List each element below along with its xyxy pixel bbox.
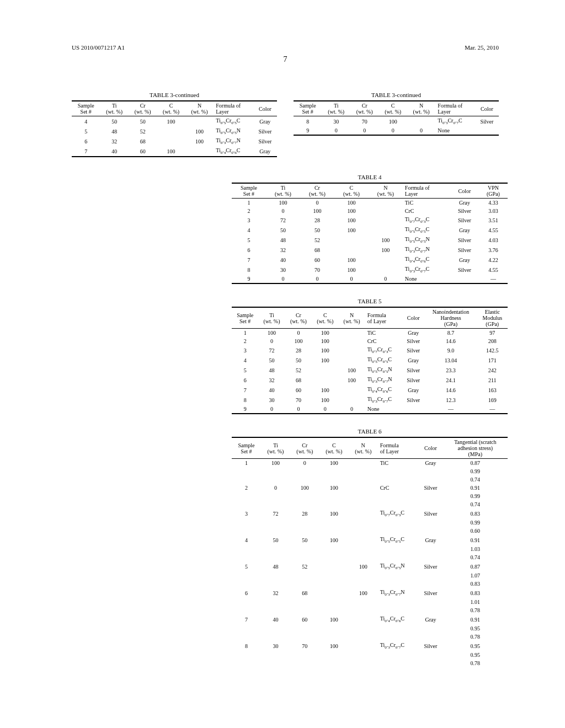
table-row: 74060100Ti0.4Cr0.6CGray0.91 — [232, 614, 508, 624]
cell: Silver — [418, 588, 443, 598]
col-header: SampleSet # — [232, 307, 258, 329]
data-table: SampleSet # Ti(wt. %) Cr(wt. %) C(wt. %)… — [232, 307, 508, 414]
cell — [369, 199, 403, 207]
cell — [407, 116, 435, 127]
cell — [338, 345, 365, 355]
cell — [232, 467, 261, 475]
cell — [475, 126, 499, 135]
cell: Ti0.3Cr0.7N — [403, 245, 450, 255]
cell: 3 — [232, 508, 261, 518]
cell: Ti0.4Cr0.6C — [403, 255, 450, 265]
table-row: 45050100Ti0.5Cr0.5CGray4.55 — [232, 225, 508, 235]
table-row: 74060100Ti0.4Cr0.6CGray — [72, 146, 277, 157]
cell — [232, 598, 261, 606]
cell — [418, 633, 443, 641]
cell: Silver — [450, 265, 479, 275]
table-row: 0.78 — [232, 606, 508, 614]
cell: 48 — [266, 235, 300, 245]
cell: 0.60 — [443, 527, 508, 535]
cell: 8 — [232, 395, 258, 405]
cell: 100 — [334, 215, 369, 225]
cell — [378, 475, 419, 484]
cell — [319, 624, 349, 633]
cell — [418, 624, 443, 633]
table-title: TABLE 4 — [232, 174, 508, 180]
cell — [378, 492, 419, 500]
cell — [319, 545, 349, 553]
cell: Silver — [402, 345, 425, 355]
cell — [378, 624, 419, 633]
col-header: Color — [475, 101, 499, 116]
col-header: Formula ofLayer — [214, 101, 253, 116]
table-row: 0.78 — [232, 659, 508, 667]
cell: 3.76 — [479, 245, 508, 255]
cell: 50 — [290, 535, 319, 545]
cell: 8.7 — [425, 329, 477, 338]
cell: 100 — [261, 459, 290, 468]
cell — [232, 633, 261, 641]
cell — [261, 606, 290, 614]
cell — [261, 571, 290, 580]
table-row: 54852100Ti0.5Cr0.5NSilver4.03 — [232, 235, 508, 245]
table-row: 54852100Ti0.5Cr0.5NSilver0.87 — [232, 561, 508, 571]
table-row: 90000None — [294, 126, 499, 135]
table-row: 1.07 — [232, 571, 508, 580]
cell: 4.55 — [479, 225, 508, 235]
table-4: TABLE 4 SampleSet # Ti(wt. %) Cr(wt. %) … — [232, 174, 508, 284]
cell: 100 — [290, 484, 319, 492]
cell — [319, 571, 349, 580]
cell: 8 — [232, 265, 266, 275]
cell: Gray — [418, 459, 443, 468]
cell — [378, 467, 419, 475]
cell: 14.6 — [425, 385, 477, 395]
cell: Gray — [253, 146, 277, 157]
cell — [157, 126, 185, 136]
cell — [418, 659, 443, 667]
cell: 5 — [232, 561, 261, 571]
col-header: Ti(wt. %) — [322, 101, 350, 116]
cell: 7 — [232, 255, 266, 265]
cell — [378, 527, 419, 535]
cell: 0 — [290, 459, 319, 468]
col-header: N(wt. %) — [407, 101, 435, 116]
table-row: 63268100Ti0.3Cr0.7NSilver3.76 — [232, 245, 508, 255]
cell — [349, 571, 378, 580]
cell — [369, 265, 403, 275]
data-table: SampleSet # Ti(wt. %) Cr(wt. %) C(wt. %)… — [72, 100, 277, 157]
cell — [402, 405, 425, 414]
cell: 7 — [72, 146, 100, 157]
cell: 68 — [290, 588, 319, 598]
cell: 0 — [261, 484, 290, 492]
cell: 0 — [266, 275, 300, 283]
cell — [261, 500, 290, 508]
cell: 100 — [319, 484, 349, 492]
col-header: SampleSet # — [72, 101, 100, 116]
cell: 100 — [157, 116, 185, 127]
cell: 0 — [285, 405, 312, 414]
col-header: C(wt. %) — [379, 101, 407, 116]
cell: 28 — [300, 215, 334, 225]
cell: 8 — [294, 116, 322, 127]
table-row: 0.83 — [232, 580, 508, 588]
cell: 0.99 — [443, 518, 508, 527]
cell — [349, 459, 378, 468]
col-header: N(wt. %) — [369, 183, 403, 199]
cell — [349, 614, 378, 624]
cell — [232, 651, 261, 659]
cell: 100 — [157, 146, 185, 157]
cell: 0.74 — [443, 475, 508, 484]
cell — [349, 508, 378, 518]
cell: 28 — [290, 508, 319, 518]
cell: Silver — [450, 245, 479, 255]
cell: 100 — [266, 199, 300, 207]
cell: 0 — [312, 405, 338, 414]
cell — [349, 475, 378, 484]
col-header: Color — [418, 437, 443, 459]
table-title: TABLE 5 — [232, 298, 508, 304]
cell: Silver — [418, 484, 443, 492]
cell — [418, 492, 443, 500]
cell: 0 — [369, 275, 403, 283]
cell: 8 — [232, 641, 261, 651]
cell: 1.01 — [443, 598, 508, 606]
cell: 0.91 — [443, 484, 508, 492]
